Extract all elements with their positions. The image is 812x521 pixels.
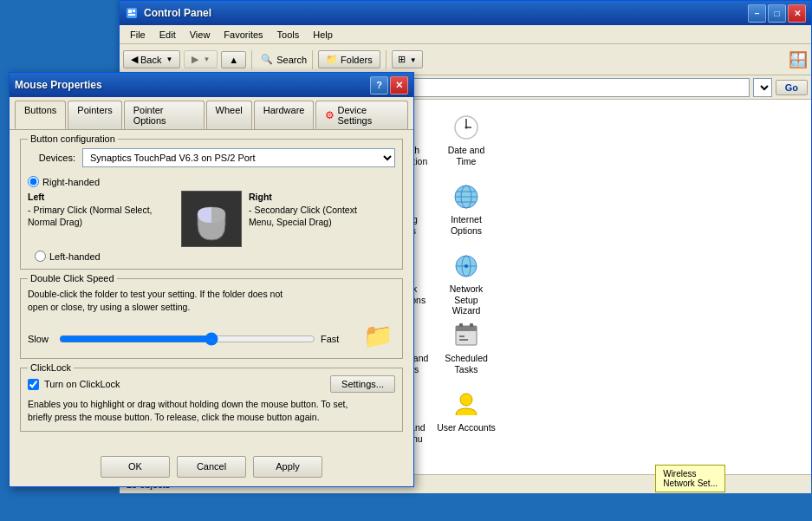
- view-icon: ⊞: [398, 54, 406, 64]
- dialog-buttons: OK Cancel Apply: [10, 449, 413, 486]
- tab-buttons[interactable]: Buttons: [15, 101, 66, 129]
- folders-button[interactable]: 📁 Folders: [318, 50, 380, 68]
- up-arrow-icon: ▲: [229, 55, 238, 65]
- folder-test-area[interactable]: 📁: [361, 320, 395, 351]
- cancel-button[interactable]: Cancel: [177, 456, 246, 478]
- icon-internet-options-label: InternetOptions: [451, 214, 482, 236]
- dialog-close-button[interactable]: ✕: [390, 76, 408, 94]
- svg-rect-80: [470, 323, 473, 327]
- tab-strip: Buttons Pointers Pointer Options Wheel H…: [10, 97, 413, 129]
- speed-slider[interactable]: [59, 332, 315, 346]
- forward-button[interactable]: ▶ ▼: [184, 50, 218, 68]
- clicklock-settings-button[interactable]: Settings...: [330, 375, 395, 393]
- button-config-label: Button configuration: [28, 134, 118, 144]
- menu-file[interactable]: File: [123, 28, 153, 42]
- back-label: Back: [140, 55, 161, 65]
- icon-user-accounts-label: User Accounts: [437, 422, 496, 433]
- left-handed-label: Left-handed: [49, 251, 101, 262]
- menu-help[interactable]: Help: [306, 28, 340, 42]
- toolbar-separator-2: [312, 50, 313, 69]
- devices-row: Devices: Synaptics TouchPad V6.3 on PS/2…: [28, 148, 395, 167]
- icon-user-accounts[interactable]: User Accounts: [433, 384, 499, 453]
- menu-tools[interactable]: Tools: [270, 28, 307, 42]
- svg-point-60: [464, 264, 468, 268]
- apply-button[interactable]: Apply: [253, 456, 322, 478]
- back-arrow-icon: ◀: [131, 54, 138, 65]
- devices-select[interactable]: Synaptics TouchPad V6.3 on PS/2 Port: [82, 148, 395, 167]
- slider-row: Slow Fast: [28, 332, 347, 346]
- svg-rect-3: [128, 14, 135, 16]
- forward-arrow-icon: ▶: [192, 54, 198, 65]
- scheduled-tasks-icon: [452, 322, 480, 349]
- icon-scheduled-tasks[interactable]: ScheduledTasks: [433, 315, 499, 384]
- svg-rect-1: [128, 10, 132, 13]
- slow-label: Slow: [28, 334, 54, 344]
- go-button[interactable]: Go: [776, 80, 808, 95]
- slider-container: Slow Fast 📁: [28, 320, 395, 351]
- icon-date-time[interactable]: Date and Time: [433, 107, 499, 176]
- up-button[interactable]: ▲: [221, 51, 246, 68]
- tab-hardware[interactable]: Hardware: [254, 101, 315, 129]
- button-config-group: Button configuration Devices: Synaptics …: [20, 139, 403, 270]
- double-click-group: Double Click Speed Double-click the fold…: [20, 278, 403, 359]
- left-handed-row-wrapper: Left-handed: [28, 251, 395, 262]
- dialog-controls: ? ✕: [370, 76, 408, 94]
- network-setup-icon: [452, 252, 480, 280]
- folders-label: Folders: [341, 55, 373, 65]
- close-button[interactable]: ✕: [788, 4, 806, 23]
- wireless-popup-text: WirelessNetwork Set...: [663, 469, 718, 488]
- clicklock-desc: Enables you to highlight or drag without…: [28, 398, 395, 423]
- view-dropdown-icon: ▼: [410, 56, 417, 64]
- menu-view[interactable]: View: [183, 28, 218, 42]
- search-bar: 🔍 Search: [261, 54, 307, 65]
- restore-button[interactable]: □: [768, 4, 786, 23]
- search-label: Search: [276, 55, 307, 65]
- icon-scheduled-tasks-label: ScheduledTasks: [445, 353, 488, 374]
- icon-network-setup-label: Network SetupWizard: [437, 283, 496, 316]
- right-handed-row: Right-handed: [28, 176, 395, 187]
- icon-internet-options[interactable]: InternetOptions: [433, 176, 499, 245]
- right-handed-label: Right-handed: [42, 177, 100, 187]
- svg-point-92: [460, 394, 472, 406]
- clicklock-checkbox[interactable]: [28, 379, 39, 390]
- menu-edit[interactable]: Edit: [153, 28, 183, 42]
- menu-favorites[interactable]: Favorites: [217, 28, 270, 42]
- back-button[interactable]: ◀ Back ▼: [123, 50, 180, 68]
- clicklock-group: ClickLock Turn on ClickLock Settings... …: [20, 368, 403, 431]
- left-click-desc: - Primary Click (Normal Select,Normal Dr…: [28, 205, 153, 228]
- titlebar: Control Panel – □ ✕: [120, 1, 811, 25]
- date-time-icon: [452, 114, 480, 141]
- click-info-container: Left - Primary Click (Normal Select,Norm…: [28, 191, 395, 247]
- ok-button[interactable]: OK: [101, 456, 170, 478]
- fast-label: Fast: [321, 334, 347, 344]
- icon-network-setup[interactable]: Network SetupWizard: [433, 245, 499, 315]
- mouse-properties-dialog: Mouse Properties ? ✕ Buttons Pointers Po…: [9, 72, 414, 487]
- toolbar: ◀ Back ▼ ▶ ▼ ▲ 🔍 Search 📁 Folders ⊞ ▼ 🪟: [120, 44, 811, 75]
- window-title: Control Panel: [144, 7, 748, 19]
- right-click-desc: - Secondary Click (ContextMenu, Special …: [249, 205, 357, 228]
- right-click-label: Right: [249, 192, 272, 202]
- tab-wheel[interactable]: Wheel: [206, 101, 252, 129]
- toolbar-separator-1: [251, 50, 252, 69]
- double-click-label: Double Click Speed: [28, 273, 117, 283]
- view-button[interactable]: ⊞ ▼: [392, 50, 423, 68]
- devices-label: Devices:: [28, 153, 75, 163]
- tab-pointers[interactable]: Pointers: [68, 101, 121, 129]
- svg-rect-2: [133, 10, 135, 12]
- right-handed-radio[interactable]: [28, 176, 39, 187]
- internet-options-icon: [452, 183, 480, 211]
- double-click-desc: Double-click the folder to test your set…: [28, 288, 395, 313]
- clicklock-check-label: Turn on ClickLock: [44, 379, 120, 389]
- dialog-content: Button configuration Devices: Synaptics …: [10, 129, 413, 449]
- address-dropdown[interactable]: [753, 78, 772, 97]
- tab-device-settings[interactable]: ⚙ Device Settings: [315, 101, 408, 129]
- click-info-right: Right - Secondary Click (ContextMenu, Sp…: [249, 191, 395, 247]
- tab-pointer-options[interactable]: Pointer Options: [124, 101, 205, 129]
- minimize-button[interactable]: –: [748, 4, 766, 23]
- forward-dropdown-icon: ▼: [203, 55, 210, 63]
- clicklock-label: ClickLock: [28, 362, 74, 373]
- windows-logo-icon: 🪟: [789, 50, 808, 69]
- left-handed-radio[interactable]: [35, 251, 46, 262]
- dialog-titlebar: Mouse Properties ? ✕: [10, 73, 413, 97]
- dialog-help-button[interactable]: ?: [370, 76, 388, 94]
